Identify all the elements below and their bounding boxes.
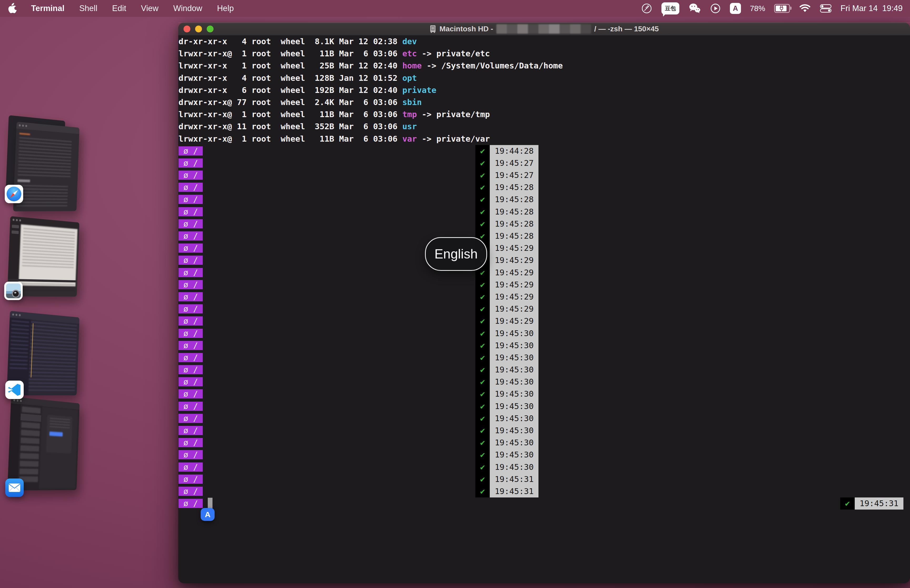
- desktop: TerminalShellEditViewWindowHelp 豆包: [0, 0, 910, 588]
- menu-item-help[interactable]: Help: [217, 4, 234, 13]
- terminal-cursor: [208, 498, 212, 509]
- rprompt-timestamp: ✔19:45:30: [475, 412, 538, 425]
- prompt-chip: ø /: [178, 450, 203, 459]
- timestamp: 19:45:30: [490, 364, 538, 376]
- timestamp: 19:45:27: [490, 169, 538, 181]
- rprompt-timestamp: ✔19:45:31: [475, 485, 538, 498]
- check-icon: ✔: [475, 461, 490, 473]
- timestamp: 19:45:29: [490, 303, 538, 315]
- timestamp: 19:45:28: [490, 206, 538, 218]
- prompt-rows: ø / ✔19:44:28 ø / ✔19:45:27 ø / ✔19:45:2…: [178, 145, 910, 510]
- check-icon: ✔: [475, 388, 490, 400]
- timestamp: 19:45:29: [490, 291, 538, 303]
- prompt-chip: ø /: [178, 329, 203, 338]
- window-title-session: / — -zsh — 150×45: [594, 25, 659, 33]
- prompt-row: ø / ✔19:45:27: [178, 157, 910, 169]
- timestamp: 19:45:30: [490, 376, 538, 388]
- menu-items: TerminalShellEditViewWindowHelp: [31, 4, 234, 13]
- control-center-icon[interactable]: [820, 4, 832, 13]
- rprompt-timestamp: ✔19:45:30: [475, 461, 538, 473]
- rprompt-timestamp: ✔19:45:28: [475, 206, 538, 218]
- check-icon: ✔: [475, 376, 490, 388]
- terminal-output-line: dr-xr-xr-x 4 root wheel 8.1K Mar 12 02:3…: [178, 36, 910, 48]
- rprompt-timestamp: ✔19:45:28: [475, 218, 538, 230]
- menu-item-window[interactable]: Window: [173, 4, 202, 13]
- check-icon: ✔: [475, 412, 490, 425]
- battery-charging-icon[interactable]: [774, 4, 790, 13]
- timestamp: 19:45:28: [490, 194, 538, 205]
- prompt-row: ø / ✔19:45:29: [178, 315, 910, 327]
- rprompt-timestamp: ✔19:45:27: [475, 157, 538, 169]
- play-circle-icon[interactable]: [710, 3, 721, 14]
- menu-item-edit[interactable]: Edit: [112, 4, 126, 13]
- menu-item-terminal[interactable]: Terminal: [31, 4, 65, 13]
- menu-bar-clock[interactable]: Fri Mar 14 19:49: [840, 4, 903, 13]
- check-icon: ✔: [475, 449, 490, 461]
- rprompt-timestamp: ✔19:45:28: [475, 194, 538, 205]
- prompt-chip: ø /: [178, 171, 203, 180]
- input-source-popup: English: [425, 237, 487, 271]
- prompt-row: ø / ✔19:45:29: [178, 291, 910, 303]
- redacted-title-text: [496, 24, 591, 34]
- menu-item-shell[interactable]: Shell: [79, 4, 97, 13]
- rprompt-timestamp: ✔19:45:27: [475, 169, 538, 181]
- zoom-button[interactable]: [207, 26, 213, 32]
- menu-item-view[interactable]: View: [141, 4, 158, 13]
- wechat-icon[interactable]: [688, 3, 701, 14]
- prompt-row: ø / ✔19:45:30: [178, 352, 910, 364]
- input-indicator-badge: A: [200, 508, 215, 521]
- terminal-content[interactable]: dr-xr-xr-x 4 root wheel 8.1K Mar 12 02:3…: [178, 35, 910, 583]
- timestamp: 19:45:29: [490, 279, 538, 291]
- timestamp: 19:45:30: [490, 412, 538, 425]
- input-source-popup-label: English: [435, 246, 478, 262]
- rprompt-timestamp: ✔19:45:30: [475, 339, 538, 352]
- check-icon: ✔: [475, 157, 490, 169]
- battery-percentage: 78%: [750, 4, 765, 13]
- input-indicator-letter: A: [205, 510, 211, 519]
- prompt-row: ø / ✔19:45:28: [178, 181, 910, 194]
- rprompt-timestamp: ✔19:44:28: [475, 145, 538, 157]
- prompt-chip: ø /: [178, 438, 203, 447]
- prompt-row: ø / ✔19:45:29: [178, 267, 910, 279]
- prompt-row: ø / ✔19:45:30: [178, 364, 910, 376]
- rprompt-timestamp: ✔19:45:28: [475, 230, 538, 242]
- timestamp: 19:45:29: [490, 315, 538, 327]
- prompt-chip: ø /: [178, 304, 203, 313]
- prompt-chip: ø /: [178, 231, 203, 241]
- preview-app-icon[interactable]: [4, 282, 23, 300]
- terminal-output-line: drwxr-xr-x@ 77 root wheel 2.4K Mar 6 03:…: [178, 96, 910, 108]
- check-icon: ✔: [475, 339, 490, 352]
- input-source-icon[interactable]: A: [730, 3, 741, 14]
- apple-menu-icon[interactable]: [7, 3, 18, 14]
- prompt-chip: ø /: [178, 341, 203, 350]
- wifi-icon[interactable]: [799, 4, 811, 13]
- check-icon: ✔: [475, 218, 490, 230]
- timestamp: 19:45:30: [490, 449, 538, 461]
- prompt-chip: ø /: [178, 487, 203, 496]
- prompt-row: ø / ✔19:45:31: [178, 485, 910, 498]
- prompt-chip: ø /: [178, 353, 203, 362]
- prompt-row: ø / ✔19:45:29: [178, 303, 910, 315]
- mail-app-icon[interactable]: [5, 478, 24, 497]
- prompt-row: ø / ✔19:45:30: [178, 425, 910, 437]
- safari-app-icon[interactable]: [5, 185, 23, 203]
- prompt-chip: ø /: [178, 462, 203, 472]
- stage-manager-thumbnail-mail[interactable]: [7, 396, 92, 490]
- minimize-button[interactable]: [195, 26, 202, 32]
- vscode-app-icon[interactable]: [5, 381, 24, 399]
- prompt-row: ø / ✔19:45:28: [178, 218, 910, 230]
- rprompt-timestamp: ✔19:45:30: [475, 425, 538, 437]
- terminal-titlebar[interactable]: Macintosh HD - / — -zsh — 150×45: [178, 23, 910, 35]
- timestamp: 19:45:27: [490, 157, 538, 169]
- prompt-chip: ø /: [178, 499, 203, 508]
- circled-utensil-icon[interactable]: [641, 3, 653, 14]
- doubao-chat-icon[interactable]: 豆包: [661, 2, 679, 15]
- timestamp: 19:45:29: [490, 242, 538, 254]
- prompt-row: ø / ✔19:45:30: [178, 461, 910, 473]
- timestamp: 19:45:30: [490, 437, 538, 449]
- timestamp: 19:45:30: [490, 339, 538, 352]
- window-title-volume: Macintosh HD -: [440, 25, 493, 33]
- prompt-chip: ø /: [178, 146, 203, 155]
- close-button[interactable]: [184, 26, 191, 32]
- prompt-chip: ø /: [178, 268, 203, 277]
